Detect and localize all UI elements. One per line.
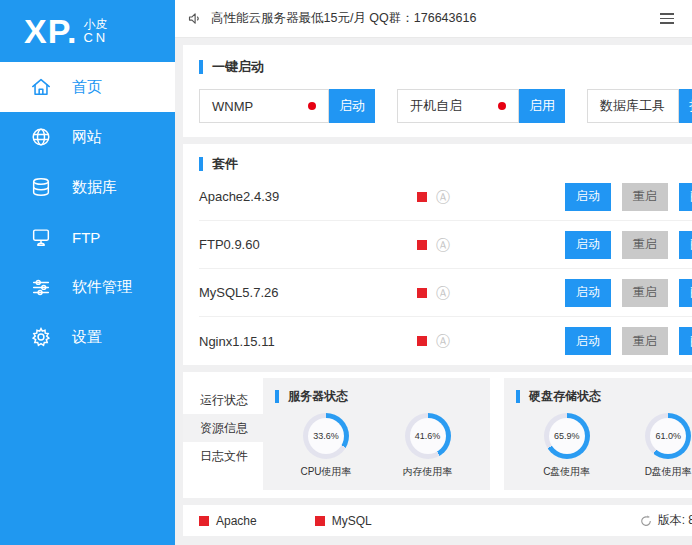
- logo-text: XP.: [24, 14, 77, 48]
- gauge-ring: 65.9%: [544, 413, 590, 459]
- section-marker: [275, 390, 279, 403]
- status-dot-red: [308, 102, 316, 110]
- gauge-label: D盘使用率: [645, 465, 692, 479]
- disk-status-title: 硬盘存储状态: [516, 388, 692, 405]
- gauge-value: 41.6%: [415, 431, 441, 441]
- enable-autostart-button[interactable]: 启用: [519, 89, 565, 123]
- quick-start-panel: 一键启动 WNMP 启动 开机自启 启用: [183, 45, 692, 137]
- footer-bar: Apache MySQL 版本: 8.1.1.3: [183, 505, 692, 536]
- wnmp-group: WNMP 启动: [199, 89, 375, 123]
- server-status-box: 服务器状态 33.6% CPU使用率 41.6%: [263, 378, 490, 490]
- gear-icon: [30, 326, 52, 348]
- gauge-value: 65.9%: [554, 431, 580, 441]
- sidebar-item-label: 网站: [72, 128, 102, 147]
- logo-subtext: 小皮 CN: [83, 16, 108, 47]
- start-button[interactable]: 启动: [565, 279, 611, 307]
- quick-start-title: 一键启动: [199, 58, 692, 76]
- wnmp-selector[interactable]: WNMP: [199, 89, 329, 123]
- start-button[interactable]: 启动: [565, 327, 611, 355]
- stopped-indicator-icon: [417, 288, 427, 298]
- suite-row-ftp: FTP0.9.60 Ⓐ 启动 重启 配置: [199, 221, 692, 269]
- footer-service-apache: Apache: [199, 514, 257, 528]
- sidebar-item-website[interactable]: 网站: [0, 112, 175, 162]
- sidebar-item-label: 首页: [72, 78, 102, 97]
- gauge-value: 33.6%: [313, 431, 339, 441]
- cpu-gauge: 33.6% CPU使用率: [300, 413, 351, 479]
- service-name: Apache2.4.39: [199, 189, 417, 204]
- sidebar-item-label: FTP: [72, 229, 100, 246]
- sidebar-item-label: 软件管理: [72, 278, 132, 297]
- main-area: 高性能云服务器最低15元/月 QQ群：176643616 × 一键启动 WNMP…: [175, 0, 692, 545]
- footer-service-mysql: MySQL: [315, 514, 372, 528]
- gauge-ring: 41.6%: [405, 413, 451, 459]
- start-button[interactable]: 启动: [565, 231, 611, 259]
- sidebar-item-database[interactable]: 数据库: [0, 162, 175, 212]
- row-actions: 启动 重启 配置: [565, 279, 692, 307]
- globe-icon: [30, 126, 52, 148]
- autostart-selector[interactable]: 开机自启: [397, 89, 519, 123]
- dbtool-group: 数据库工具 打开: [587, 89, 692, 123]
- gauge-ring: 61.0%: [645, 413, 691, 459]
- section-marker: [199, 157, 203, 171]
- server-gauges: 33.6% CPU使用率 41.6% 内存使用率: [275, 413, 478, 479]
- sidebar-item-label: 设置: [72, 328, 102, 347]
- sidebar-item-settings[interactable]: 设置: [0, 312, 175, 362]
- version-info: 版本: 8.1.1.3: [640, 512, 692, 529]
- config-button[interactable]: 配置: [679, 231, 692, 259]
- suite-panel: 套件 Apache2.4.39 Ⓐ 启动 重启 配置 FTP0.9.60 Ⓐ 启…: [183, 144, 692, 365]
- gauge-value: 61.0%: [655, 431, 681, 441]
- autostart-group: 开机自启 启用: [397, 89, 565, 123]
- server-status-title: 服务器状态: [275, 388, 478, 405]
- stopped-indicator-icon: [417, 336, 427, 346]
- restart-button[interactable]: 重启: [622, 183, 668, 211]
- stopped-indicator-icon: [199, 516, 209, 526]
- disk-c-gauge: 65.9% C盘使用率: [543, 413, 590, 479]
- status-boxes: 服务器状态 33.6% CPU使用率 41.6%: [263, 378, 692, 490]
- autostart-indicator-icon: Ⓐ: [436, 334, 450, 348]
- stopped-indicator-icon: [417, 192, 427, 202]
- sidebar-item-home[interactable]: 首页: [0, 62, 175, 112]
- status-dot-red: [498, 102, 506, 110]
- quick-start-controls: WNMP 启动 开机自启 启用 数据库工具 打开: [199, 89, 692, 123]
- autostart-indicator-icon: Ⓐ: [436, 286, 450, 300]
- start-all-button[interactable]: 启动: [329, 89, 375, 123]
- config-button[interactable]: 配置: [679, 279, 692, 307]
- sidebar-item-software[interactable]: 软件管理: [0, 262, 175, 312]
- home-icon: [30, 76, 52, 98]
- restart-button[interactable]: 重启: [622, 279, 668, 307]
- gauge-label: 内存使用率: [403, 465, 453, 479]
- status-panel: 运行状态 资源信息 日志文件 服务器状态 33.6% CP: [183, 372, 692, 498]
- open-dbtool-button[interactable]: 打开: [679, 89, 692, 123]
- app-logo: XP. 小皮 CN: [0, 0, 175, 62]
- start-button[interactable]: 启动: [565, 183, 611, 211]
- sliders-icon: [30, 276, 52, 298]
- tab-resource-info[interactable]: 资源信息: [183, 414, 263, 442]
- restart-button[interactable]: 重启: [622, 231, 668, 259]
- row-actions: 启动 重启 配置: [565, 231, 692, 259]
- tab-log-files[interactable]: 日志文件: [183, 442, 263, 470]
- config-button[interactable]: 配置: [679, 183, 692, 211]
- service-name: Nginx1.15.11: [199, 334, 417, 349]
- menu-icon[interactable]: [660, 13, 674, 24]
- row-actions: 启动 重启 配置: [565, 183, 692, 211]
- sidebar-item-ftp[interactable]: FTP: [0, 212, 175, 262]
- autostart-indicator-icon: Ⓐ: [436, 238, 450, 252]
- status-tabs: 运行状态 资源信息 日志文件: [183, 378, 263, 490]
- tab-run-status[interactable]: 运行状态: [183, 386, 263, 414]
- restart-button[interactable]: 重启: [622, 327, 668, 355]
- section-marker: [199, 60, 203, 74]
- speaker-icon: [187, 11, 202, 26]
- stopped-indicator-icon: [417, 240, 427, 250]
- config-button[interactable]: 配置: [679, 327, 692, 355]
- titlebar: 高性能云服务器最低15元/月 QQ群：176643616 ×: [175, 0, 692, 38]
- content-area: 一键启动 WNMP 启动 开机自启 启用: [175, 38, 692, 545]
- memory-gauge: 41.6% 内存使用率: [403, 413, 453, 479]
- monitor-icon: [30, 226, 52, 248]
- section-marker: [516, 390, 520, 403]
- autostart-indicator-icon: Ⓐ: [436, 190, 450, 204]
- dbtool-label-box: 数据库工具: [587, 89, 679, 123]
- disk-status-box: 硬盘存储状态 65.9% C盘使用率 61.0%: [504, 378, 692, 490]
- gauge-label: CPU使用率: [300, 465, 351, 479]
- gauge-label: C盘使用率: [543, 465, 590, 479]
- service-name: FTP0.9.60: [199, 237, 417, 252]
